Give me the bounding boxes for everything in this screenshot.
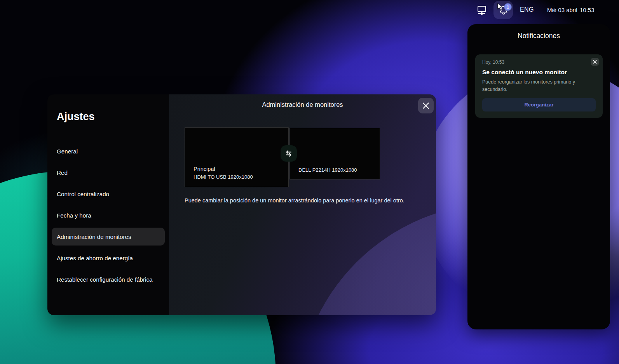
content-background-disc: [297, 203, 436, 315]
monitor-arrangement: Principal HDMI TO USB 1920x1080 DELL P22…: [185, 127, 420, 190]
settings-title: Ajustes: [57, 111, 95, 123]
sidebar-item-fecha-y-hora[interactable]: Fecha y hora: [52, 206, 165, 224]
notification-timestamp: Hoy, 10:53: [482, 59, 596, 65]
sidebar-item-red[interactable]: Red: [52, 164, 165, 181]
notification-title: Se conectó un nuevo monitor: [482, 69, 596, 76]
monitor-primary[interactable]: Principal HDMI TO USB 1920x1080: [185, 127, 289, 187]
sidebar-item-ahorro-de-energia[interactable]: Ajustes de ahorro de energía: [52, 249, 165, 267]
dialog-close-button[interactable]: [418, 98, 434, 113]
notification-count-badge: 1: [504, 3, 512, 11]
topbar: 1 ENG Mié 03 abril 10:53: [0, 0, 619, 20]
close-icon: [422, 102, 429, 109]
monitor-secondary[interactable]: DELL P2214H 1920x1080: [289, 128, 380, 179]
notification-card: Hoy, 10:53 Se conectó un nuevo monitor P…: [475, 54, 603, 118]
swap-arrows-icon: [284, 149, 293, 158]
monitor-primary-detail: HDMI TO USB 1920x1080: [194, 174, 253, 180]
dialog-title: Administración de monitores: [169, 101, 436, 108]
monitor-secondary-label: DELL P2214H 1920x1080: [298, 167, 357, 173]
sidebar-item-control-centralizado[interactable]: Control centralizado: [52, 185, 165, 203]
settings-sidebar: Ajustes General Red Control centralizado…: [47, 94, 169, 315]
notifications-panel-title: Notificaciones: [467, 32, 610, 40]
swap-monitors-button[interactable]: [281, 145, 297, 162]
display-icon[interactable]: [476, 5, 487, 16]
language-selector[interactable]: ENG: [520, 6, 534, 13]
notifications-button[interactable]: 1: [493, 1, 513, 19]
monitor-management-content: Administración de monitores Principal HD…: [169, 94, 436, 315]
notification-body: Puede reorganizar los monitores primario…: [482, 78, 596, 93]
notification-close-button[interactable]: [591, 58, 599, 66]
time-label: 10:53: [580, 7, 595, 13]
monitor-primary-name: Principal: [194, 166, 253, 172]
display-icon-glyph: [476, 5, 487, 16]
reorganize-button[interactable]: Reorganizar: [482, 98, 596, 111]
drag-hint-text: Puede cambiar la posición de un monitor …: [185, 197, 414, 204]
notifications-panel: Notificaciones Hoy, 10:53 Se conectó un …: [467, 24, 610, 329]
monitor-secondary-detail: DELL P2214H 1920x1080: [298, 167, 357, 173]
mouse-cursor-icon: [496, 2, 504, 11]
sidebar-item-general[interactable]: General: [52, 142, 165, 160]
close-icon: [593, 60, 597, 64]
date-label: Mié 03 abril: [547, 7, 577, 13]
sidebar-item-restablecer-fabrica[interactable]: Restablecer configuración de fábrica: [52, 270, 165, 288]
monitor-primary-label: Principal HDMI TO USB 1920x1080: [194, 166, 253, 180]
settings-dialog: Ajustes General Red Control centralizado…: [47, 94, 436, 315]
sidebar-item-administracion-de-monitores[interactable]: Administración de monitores: [52, 228, 165, 246]
